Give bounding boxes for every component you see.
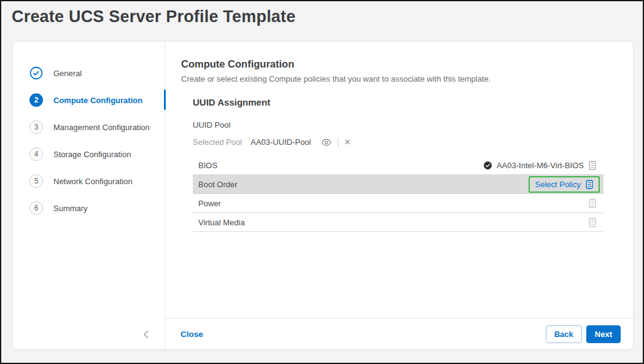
check-badge-icon: [484, 161, 492, 169]
step-number-badge: 2: [29, 93, 43, 107]
step-management-configuration[interactable]: 3 Management Configuration: [13, 114, 165, 141]
step-number-badge: 5: [29, 174, 43, 188]
close-button[interactable]: Close: [180, 330, 203, 339]
page-title: Create UCS Server Profile Template: [12, 7, 295, 26]
check-icon: [29, 66, 43, 80]
uuid-assignment-section: UUID Assignment UUID Pool Selected Pool …: [193, 97, 603, 232]
uuid-pool-label: UUID Pool: [193, 120, 603, 130]
next-button[interactable]: Next: [586, 325, 621, 343]
eye-icon[interactable]: [321, 139, 332, 146]
step-label: Storage Configuration: [53, 150, 131, 159]
content-area: Compute Configuration Create or select e…: [165, 42, 633, 318]
step-general[interactable]: General: [13, 60, 165, 87]
policy-row-power: Power: [193, 194, 603, 213]
policy-name: Power: [198, 199, 221, 208]
icon-divider: [338, 137, 338, 147]
selected-pool-prefix: Selected Pool: [193, 137, 242, 147]
select-policy-link[interactable]: Select Policy: [535, 180, 581, 189]
policy-list-icon[interactable]: [589, 161, 596, 170]
policy-row-bios: BIOS AA03-Intel-M6-Virt-BIOS: [193, 156, 603, 175]
section-title: UUID Assignment: [193, 97, 603, 107]
step-compute-configuration[interactable]: 2 Compute Configuration: [13, 87, 165, 114]
policy-list-icon[interactable]: [589, 199, 596, 208]
policy-list: BIOS AA03-Intel-M6-Virt-BIOS Bo: [193, 156, 603, 232]
wizard-steps-sidebar: General 2 Compute Configuration 3 Manage…: [13, 42, 165, 349]
main-panel: Compute Configuration Create or select e…: [165, 42, 633, 349]
policy-name: Virtual Media: [198, 218, 245, 227]
content-heading: Compute Configuration: [181, 58, 603, 70]
step-summary[interactable]: 6 Summary: [13, 195, 165, 222]
step-label: Management Configuration: [53, 123, 150, 132]
policy-name: BIOS: [198, 161, 217, 170]
step-label: Compute Configuration: [53, 96, 142, 105]
policy-name: Boot Order: [198, 180, 238, 189]
back-button[interactable]: Back: [546, 325, 582, 343]
policy-list-icon[interactable]: [589, 218, 596, 227]
policy-row-virtual-media: Virtual Media: [193, 213, 603, 232]
wizard-card: General 2 Compute Configuration 3 Manage…: [12, 41, 634, 350]
policy-list-icon[interactable]: [586, 180, 593, 189]
step-label: General: [53, 69, 82, 78]
selected-pool-row: Selected Pool AA03-UUID-Pool ✕: [193, 137, 603, 147]
step-label: Network Configuration: [53, 177, 133, 186]
selected-pool-value: AA03-UUID-Pool: [250, 137, 311, 147]
chevron-left-icon[interactable]: [140, 329, 151, 340]
content-subheading: Create or select existing Compute polici…: [181, 74, 603, 83]
step-number-badge: 4: [29, 147, 43, 161]
remove-icon[interactable]: ✕: [344, 138, 351, 146]
step-number-badge: 3: [29, 120, 43, 134]
policy-row-boot-order: Boot Order Select Policy: [193, 175, 603, 194]
attached-policy-name: AA03-Intel-M6-Virt-BIOS: [497, 161, 584, 170]
step-label: Summary: [53, 204, 88, 213]
step-number-badge: 6: [29, 201, 43, 215]
step-storage-configuration[interactable]: 4 Storage Configuration: [13, 141, 165, 168]
green-highlight-box: Select Policy: [529, 176, 600, 193]
step-network-configuration[interactable]: 5 Network Configuration: [13, 168, 165, 195]
wizard-footer: Close Back Next: [165, 318, 633, 349]
